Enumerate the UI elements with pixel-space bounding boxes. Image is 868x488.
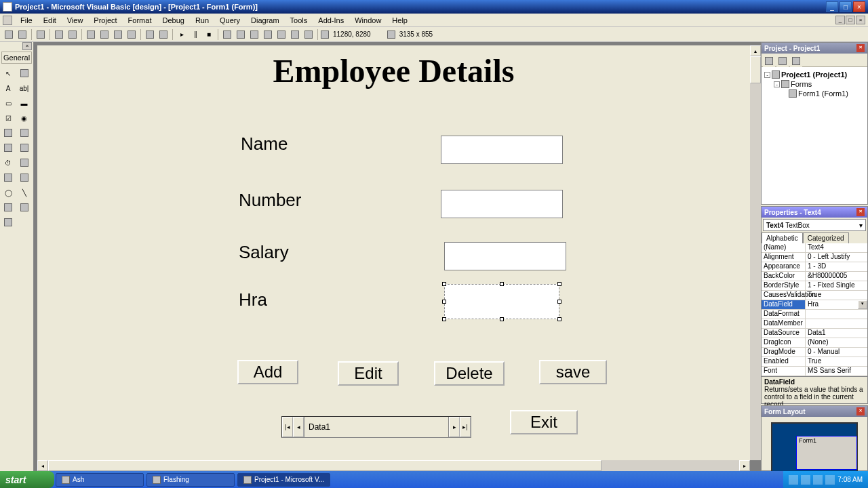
frame-tool[interactable]: ▭: [1, 96, 15, 110]
property-value[interactable]: MS Sans Serif: [806, 367, 867, 375]
number-textbox[interactable]: [441, 190, 563, 218]
property-row[interactable]: BorderStyle1 - Fixed Single: [762, 281, 867, 291]
form-title-label[interactable]: Employee Details: [273, 52, 515, 89]
categorized-tab[interactable]: Categorized: [803, 232, 849, 243]
forms-folder-node[interactable]: Forms: [791, 80, 812, 88]
object-browser-button[interactable]: [262, 28, 274, 41]
designer-vertical-scrollbar[interactable]: ▴: [750, 45, 761, 460]
property-value[interactable]: [806, 319, 867, 328]
commandbutton-tool[interactable]: ▬: [18, 96, 31, 110]
project-root-node[interactable]: Project1 (Project1): [781, 70, 847, 79]
vscrollbar-tool[interactable]: [18, 141, 31, 155]
property-value[interactable]: True: [806, 291, 867, 300]
paste-button[interactable]: [112, 28, 124, 41]
salary-label[interactable]: Salary: [239, 242, 289, 263]
menu-run[interactable]: Run: [190, 15, 214, 26]
system-tray[interactable]: 7:08 AM: [783, 471, 868, 488]
layout-panel-title[interactable]: Form Layout ×: [762, 406, 867, 417]
menu-debug[interactable]: Debug: [157, 15, 189, 26]
label-tool[interactable]: A: [1, 81, 15, 95]
menu-addins[interactable]: Add-Ins: [313, 15, 349, 26]
scroll-right-button[interactable]: ▸: [739, 460, 750, 471]
mdi-restore-button[interactable]: □: [846, 16, 855, 24]
property-row[interactable]: Appearance1 - 3D: [762, 262, 867, 272]
tray-icon[interactable]: [825, 475, 835, 485]
menu-file[interactable]: File: [15, 15, 38, 26]
hscrollbar-tool[interactable]: [1, 141, 15, 155]
toolbox-button[interactable]: [275, 28, 288, 41]
scroll-thumb[interactable]: [48, 460, 601, 471]
data-next-button[interactable]: ▸: [449, 417, 460, 437]
property-value[interactable]: &H80000005: [806, 272, 867, 281]
form-layout-button[interactable]: [248, 28, 260, 41]
property-row[interactable]: FontMS Sans Serif: [762, 367, 867, 376]
mdi-close-button[interactable]: ×: [856, 16, 865, 24]
property-value[interactable]: True: [806, 357, 867, 366]
listbox-tool[interactable]: [18, 126, 31, 140]
properties-panel-close-button[interactable]: ×: [856, 208, 865, 216]
save-button[interactable]: [66, 28, 79, 41]
ole-tool[interactable]: [1, 216, 15, 229]
properties-object-combo[interactable]: Text4 TextBox ▾: [763, 219, 866, 231]
menu-format[interactable]: Format: [123, 15, 157, 26]
resize-handle[interactable]: [442, 300, 446, 304]
tree-collapse-icon[interactable]: -: [774, 81, 780, 87]
property-row[interactable]: (Name)Text4: [762, 243, 867, 253]
start-button[interactable]: start: [0, 471, 54, 488]
alphabetic-tab[interactable]: Alphabetic: [762, 232, 803, 243]
timer-tool[interactable]: ⏱: [1, 156, 15, 169]
property-value[interactable]: Text4: [806, 243, 867, 252]
name-textbox[interactable]: [441, 136, 563, 164]
layout-panel-close-button[interactable]: ×: [856, 407, 865, 415]
resize-handle[interactable]: [557, 317, 561, 321]
properties-window-button[interactable]: [235, 28, 247, 41]
property-value[interactable]: 0 - Left Justify: [806, 253, 867, 262]
property-value[interactable]: Data1: [806, 329, 867, 338]
property-row[interactable]: DragIcon(None): [762, 338, 867, 348]
menu-help[interactable]: Help: [387, 15, 413, 26]
close-button[interactable]: ×: [853, 1, 865, 12]
save-form-button[interactable]: save: [539, 360, 607, 384]
optionbutton-tool[interactable]: ◉: [18, 111, 31, 125]
undo-button[interactable]: [144, 28, 156, 41]
menu-view[interactable]: View: [62, 15, 89, 26]
redo-button[interactable]: [157, 28, 170, 41]
pointer-tool[interactable]: ↖: [1, 66, 15, 80]
project-tree[interactable]: -Project1 (Project1) -Forms Form1 (Form1…: [762, 67, 867, 204]
designer-horizontal-scrollbar[interactable]: ◂ ▸: [37, 460, 750, 471]
property-row[interactable]: Alignment0 - Left Justify: [762, 253, 867, 262]
data-control[interactable]: |◂ ◂ Data1 ▸ ▸|: [281, 416, 471, 438]
hra-label[interactable]: Hra: [239, 289, 267, 310]
add-project-button[interactable]: [3, 28, 15, 41]
property-dropdown-button[interactable]: ▾: [858, 300, 867, 309]
edit-button[interactable]: Edit: [338, 361, 399, 386]
vcm-button[interactable]: [302, 28, 315, 41]
dirlistbox-tool[interactable]: [1, 171, 15, 184]
property-value[interactable]: Hra▾: [806, 300, 867, 309]
minimize-button[interactable]: _: [826, 1, 838, 12]
menu-window[interactable]: Window: [349, 15, 387, 26]
menu-edit[interactable]: Edit: [38, 15, 62, 26]
taskbar-item-flashing[interactable]: Flashing: [146, 473, 235, 487]
resize-handle[interactable]: [442, 317, 446, 321]
add-form-button[interactable]: [16, 28, 28, 41]
find-button[interactable]: [125, 28, 138, 41]
property-value[interactable]: 0 - Manual: [806, 348, 867, 357]
cut-button[interactable]: [85, 28, 97, 41]
scroll-thumb[interactable]: [750, 56, 761, 83]
copy-button[interactable]: [98, 28, 111, 41]
clock[interactable]: 7:08 AM: [837, 476, 863, 483]
menu-project[interactable]: Project: [88, 15, 122, 26]
menu-tools[interactable]: Tools: [285, 15, 313, 26]
chevron-down-icon[interactable]: ▾: [859, 222, 863, 229]
property-row[interactable]: DataFormat: [762, 310, 867, 319]
exit-button[interactable]: Exit: [510, 410, 578, 434]
toolbox-close-button[interactable]: ×: [22, 42, 32, 50]
property-value[interactable]: (None): [806, 338, 867, 347]
combobox-tool[interactable]: [1, 126, 15, 140]
project-explorer-button[interactable]: [221, 28, 233, 41]
properties-grid[interactable]: (Name)Text4Alignment0 - Left JustifyAppe…: [762, 243, 867, 376]
open-button[interactable]: [53, 28, 65, 41]
data-first-button[interactable]: |◂: [282, 417, 293, 437]
maximize-button[interactable]: □: [840, 1, 852, 12]
